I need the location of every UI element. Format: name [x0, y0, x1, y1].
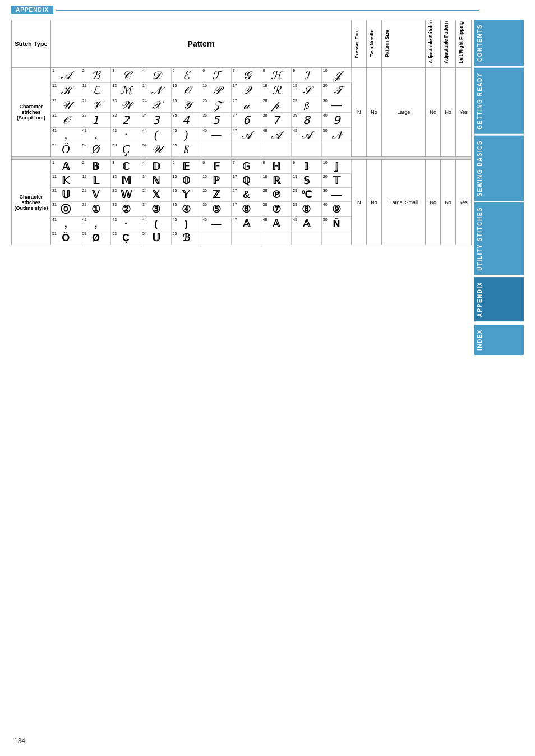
adj-stitching-cell: No: [426, 68, 441, 157]
left-right-cell: Yes: [456, 68, 472, 157]
pattern-cell: 54𝕌: [141, 231, 171, 245]
pattern-cell: 17ℚ: [231, 174, 261, 188]
pattern-cell: 27&: [231, 188, 261, 202]
pattern-cell: 9𝕀: [292, 160, 322, 174]
appendix-label: APPENDIX: [11, 6, 53, 14]
pattern-cell: 18ℝ: [261, 174, 292, 188]
pattern-header: Pattern: [51, 20, 352, 68]
pattern-cell: 40𝟫: [321, 113, 352, 128]
pattern-cell: 6𝔽: [201, 160, 232, 174]
adj-pattern-cell: No: [441, 160, 456, 245]
pattern-cell: 46—: [201, 217, 232, 231]
pattern-cell: 47𝒜: [231, 128, 261, 142]
pattern-cell: [261, 231, 292, 245]
pattern-cell: 39𝟪: [292, 113, 322, 128]
pattern-cell: 36𝟧: [201, 113, 232, 128]
table-area: Stitch Type Pattern Presser Foot Twin Ne…: [11, 20, 472, 355]
adj-stitching-cell: No: [426, 160, 441, 245]
pattern-cell: 10𝒥: [321, 68, 352, 83]
pattern-cell: [292, 142, 322, 157]
sidebar-item-utility-stitches[interactable]: UTILITY STITCHES: [474, 202, 524, 275]
pattern-cell: 45): [171, 217, 201, 231]
presser-foot-cell: N: [352, 160, 367, 245]
pattern-cell: 13ℳ: [111, 83, 141, 98]
pattern-cell: [231, 231, 261, 245]
stitch-type-cell: Character stitches(Script font): [12, 68, 51, 157]
pattern-size-cell: Large: [382, 68, 426, 157]
pattern-cell: 3ℂ: [111, 160, 141, 174]
pattern-cell: 13𝕄: [111, 174, 141, 188]
sidebar-item-contents[interactable]: CONTENTS: [474, 20, 524, 66]
pattern-cell: 27𝒶: [231, 98, 261, 113]
twin-needle-cell: No: [367, 68, 382, 157]
pattern-cell: 7𝒢: [231, 68, 261, 83]
pattern-cell: 22𝕍: [81, 188, 111, 202]
pattern-cell: 28℗: [261, 188, 292, 202]
pattern-cell: 33𝟤: [111, 113, 141, 128]
pattern-cell: 41‚: [51, 128, 81, 142]
page-number: 134: [14, 737, 25, 745]
pattern-cell: 15𝒪: [171, 83, 201, 98]
pattern-cell: 51Ö: [51, 142, 81, 157]
pattern-cell: 18ℛ: [261, 83, 292, 98]
pattern-cell: 12𝕃: [81, 174, 111, 188]
pattern-cell: 29℃: [292, 188, 322, 202]
pattern-cell: [201, 231, 232, 245]
presser-foot-header: Presser Foot: [352, 20, 367, 68]
pattern-cell: 55ß: [171, 142, 201, 157]
pattern-cell: 25𝕐: [171, 188, 201, 202]
pattern-cell: 43·: [111, 128, 141, 142]
pattern-cell: 53Ç: [111, 231, 141, 245]
pattern-size-header: Pattern Size: [382, 20, 426, 68]
sidebar-item-sewing-basics[interactable]: SEWING BASICS: [474, 136, 524, 201]
pattern-cell: 30—: [321, 98, 352, 113]
pattern-cell: 8ℍ: [261, 160, 292, 174]
pattern-cell: [292, 231, 322, 245]
side-nav: CONTENTS GETTING READY SEWING BASICS UTI…: [474, 20, 524, 355]
pattern-cell: 39⑧: [292, 202, 322, 217]
pattern-cell: 55ℬ: [171, 231, 201, 245]
pattern-cell: 28𝓅: [261, 98, 292, 113]
pattern-cell: 51Ö: [51, 231, 81, 245]
pattern-cell: 34𝟥: [141, 113, 171, 128]
pattern-cell: [321, 142, 352, 157]
left-right-cell: Yes: [456, 160, 472, 245]
pattern-size-cell: Large, Small: [382, 160, 426, 245]
pattern-cell: 17𝒬: [231, 83, 261, 98]
stitch-table: Stitch Type Pattern Presser Foot Twin Ne…: [11, 20, 472, 245]
pattern-cell: 32𝟣: [81, 113, 111, 128]
pattern-cell: 14ℕ: [141, 174, 171, 188]
pattern-cell: [201, 142, 232, 157]
pattern-cell: 41‚: [51, 217, 81, 231]
pattern-cell: 21𝒰: [51, 98, 81, 113]
pattern-cell: 31𝒪: [51, 113, 81, 128]
pattern-cell: 11𝒦: [51, 83, 81, 98]
pattern-cell: 33②: [111, 202, 141, 217]
pattern-cell: [261, 142, 292, 157]
adj-pattern-cell: No: [441, 68, 456, 157]
pattern-cell: 19𝒮: [292, 83, 322, 98]
pattern-cell: 32①: [81, 202, 111, 217]
pattern-cell: 8ℋ: [261, 68, 292, 83]
pattern-cell: 26𝒵: [201, 98, 232, 113]
pattern-cell: [231, 142, 261, 157]
pattern-cell: 50Ñ: [321, 217, 352, 231]
pattern-cell: 45): [171, 128, 201, 142]
pattern-cell: 50𝒩: [321, 128, 352, 142]
pattern-cell: 12ℒ: [81, 83, 111, 98]
sidebar-item-getting-ready[interactable]: GETTING READY: [474, 68, 524, 134]
pattern-cell: 15𝕆: [171, 174, 201, 188]
sidebar-item-appendix[interactable]: APPENDIX: [474, 277, 524, 321]
pattern-cell: 6ℱ: [201, 68, 232, 83]
pattern-cell: 38𝟩: [261, 113, 292, 128]
adj-stitching-header: Adjustable Stitching Density: [426, 20, 441, 68]
pattern-cell: 5𝔼: [171, 160, 201, 174]
pattern-cell: 42‚: [81, 217, 111, 231]
twin-needle-cell: No: [367, 160, 382, 245]
pattern-cell: 23𝒲: [111, 98, 141, 113]
sidebar-item-index[interactable]: INDEX: [474, 325, 524, 355]
table-row: Character stitches(Outline style)1𝔸2𝔹3ℂ4…: [12, 160, 472, 174]
pattern-cell: 5ℰ: [171, 68, 201, 83]
pattern-cell: 16𝒫: [201, 83, 232, 98]
pattern-cell: 42‚: [81, 128, 111, 142]
